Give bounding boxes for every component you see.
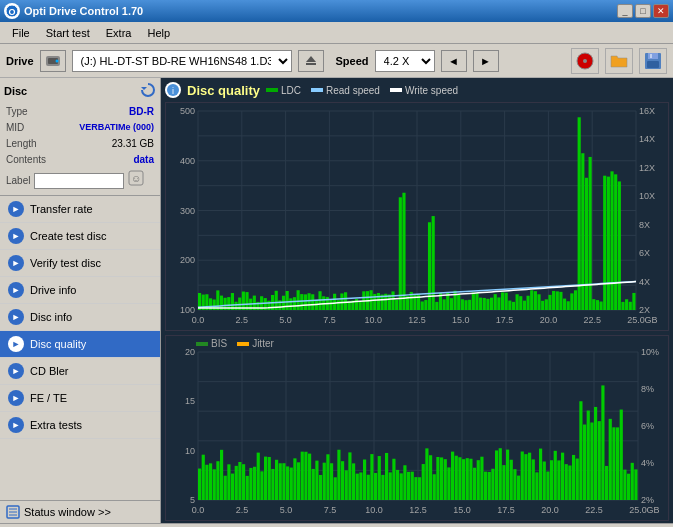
svg-point-4 (55, 59, 58, 62)
verify-test-disc-icon: ► (8, 255, 24, 271)
drive-select[interactable]: (J:) HL-DT-ST BD-RE WH16NS48 1.D3 (72, 50, 292, 72)
eject-button[interactable] (298, 50, 324, 72)
menu-start-test[interactable]: Start test (38, 25, 98, 41)
drive-info-label: Drive info (30, 284, 76, 296)
chart-bot-canvas (166, 336, 668, 520)
speed-select[interactable]: 4.2 X (375, 50, 435, 72)
legend-ldc: LDC (281, 85, 301, 96)
verify-test-disc-label: Verify test disc (30, 257, 101, 269)
app-title: Opti Drive Control 1.70 (24, 5, 143, 17)
legend-read-speed: Read speed (326, 85, 380, 96)
chart-legend-top: LDC Read speed Write speed (266, 85, 458, 96)
transfer-rate-icon: ► (8, 201, 24, 217)
svg-point-8 (583, 59, 587, 63)
sidebar-item-disc-info[interactable]: ► Disc info (0, 304, 160, 331)
svg-marker-5 (306, 56, 316, 62)
extra-tests-label: Extra tests (30, 419, 82, 431)
chart-top-canvas (166, 103, 666, 330)
legend-jitter: Jitter (252, 338, 274, 349)
drive-label: Drive (6, 55, 34, 67)
legend-bis: BIS (211, 338, 227, 349)
disc-quality-icon: ► (8, 336, 24, 352)
label-label: Label (6, 173, 30, 189)
content-area: i Disc quality LDC Read speed Write spee… (161, 78, 673, 523)
nav-items: ► Transfer rate ► Create test disc ► Ver… (0, 196, 160, 500)
extra-tests-icon: ► (8, 417, 24, 433)
titlebar: O Opti Drive Control 1.70 _ □ ✕ (0, 0, 673, 22)
menu-file[interactable]: File (4, 25, 38, 41)
create-test-disc-label: Create test disc (30, 230, 106, 242)
app-icon: O (4, 3, 20, 19)
speed-left-button[interactable]: ◄ (441, 50, 467, 72)
bottom-panel: LDC BIS Jitter Avg 3.64 0.08 (0, 523, 673, 527)
sidebar-item-fe-te[interactable]: ► FE / TE (0, 385, 160, 412)
svg-rect-10 (648, 53, 658, 59)
mid-value: VERBATIMe (000) (79, 120, 154, 136)
svg-text:O: O (8, 7, 15, 17)
maximize-button[interactable]: □ (635, 4, 651, 18)
drive-info-icon: ► (8, 282, 24, 298)
disc-quality-header: i Disc quality LDC Read speed Write spee… (165, 82, 669, 98)
disc-quality-header-icon: i (165, 82, 181, 98)
save-button[interactable] (639, 48, 667, 74)
disc-info-label: Disc info (30, 311, 72, 323)
status-window-button[interactable]: Status window >> (0, 500, 160, 523)
close-button[interactable]: ✕ (653, 4, 669, 18)
minimize-button[interactable]: _ (617, 4, 633, 18)
sidebar: Disc Type BD-R MID VERBATIMe (000) Lengt… (0, 78, 161, 523)
main-area: Disc Type BD-R MID VERBATIMe (000) Lengt… (0, 78, 673, 523)
sidebar-item-extra-tests[interactable]: ► Extra tests (0, 412, 160, 439)
disc-quality-title: Disc quality (187, 83, 260, 98)
sidebar-item-drive-info[interactable]: ► Drive info (0, 277, 160, 304)
sidebar-item-cd-bler[interactable]: ► CD Bler (0, 358, 160, 385)
sidebar-item-disc-quality[interactable]: ► Disc quality (0, 331, 160, 358)
fe-te-label: FE / TE (30, 392, 67, 404)
drive-icon-button[interactable] (40, 50, 66, 72)
contents-value: data (133, 152, 154, 168)
disc-info-icon: ► (8, 309, 24, 325)
mid-label: MID (6, 120, 24, 136)
sidebar-item-verify-test-disc[interactable]: ► Verify test disc (0, 250, 160, 277)
menu-extra[interactable]: Extra (98, 25, 140, 41)
type-label: Type (6, 104, 28, 120)
disc-button[interactable] (571, 48, 599, 74)
disc-quality-label: Disc quality (30, 338, 86, 350)
svg-marker-13 (141, 87, 147, 90)
transfer-rate-label: Transfer rate (30, 203, 93, 215)
speed-label: Speed (336, 55, 369, 67)
svg-text:☺: ☺ (131, 173, 141, 184)
disc-section-title: Disc (4, 85, 27, 97)
drivebar: Drive (J:) HL-DT-ST BD-RE WH16NS48 1.D3 … (0, 44, 673, 78)
create-test-disc-icon: ► (8, 228, 24, 244)
length-label: Length (6, 136, 37, 152)
type-value: BD-R (129, 104, 154, 120)
chart-container: BIS Jitter (165, 102, 669, 521)
label-input[interactable] (34, 173, 124, 189)
disc-section: Disc Type BD-R MID VERBATIMe (000) Lengt… (0, 78, 160, 196)
fe-te-icon: ► (8, 390, 24, 406)
cd-bler-label: CD Bler (30, 365, 69, 377)
cd-bler-icon: ► (8, 363, 24, 379)
contents-label: Contents (6, 152, 46, 168)
svg-rect-11 (647, 61, 659, 68)
window-controls[interactable]: _ □ ✕ (617, 4, 669, 18)
svg-text:i: i (172, 86, 174, 96)
folder-button[interactable] (605, 48, 633, 74)
svg-rect-6 (306, 63, 316, 65)
speed-right-button[interactable]: ► (473, 50, 499, 72)
menu-help[interactable]: Help (139, 25, 178, 41)
menubar: File Start test Extra Help (0, 22, 673, 44)
length-value: 23.31 GB (112, 136, 154, 152)
status-window-label: Status window >> (24, 506, 111, 518)
legend-write-speed: Write speed (405, 85, 458, 96)
disc-refresh-button[interactable] (140, 82, 156, 100)
label-icon-button[interactable]: ☺ (128, 170, 144, 191)
svg-rect-12 (650, 54, 652, 58)
sidebar-item-create-test-disc[interactable]: ► Create test disc (0, 223, 160, 250)
sidebar-item-transfer-rate[interactable]: ► Transfer rate (0, 196, 160, 223)
